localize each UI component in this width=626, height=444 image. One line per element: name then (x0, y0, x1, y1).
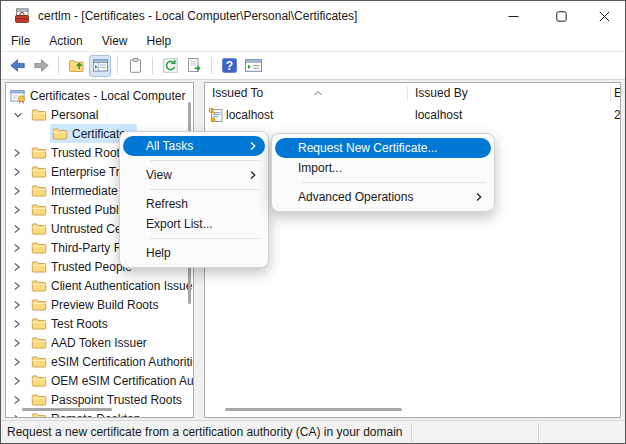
folder-icon (31, 240, 47, 256)
menubar-item-file[interactable]: File (2, 32, 39, 50)
status-divider (411, 423, 412, 442)
show-hide-console-tree-button[interactable] (89, 55, 111, 77)
context-menu-item-view[interactable]: View (123, 165, 265, 185)
chevron-collapsed-icon[interactable] (13, 224, 21, 234)
forward-button[interactable] (30, 55, 52, 77)
menu-separator (150, 189, 260, 190)
menubar-item-view[interactable]: View (93, 32, 137, 50)
folder-icon (31, 392, 47, 408)
maximize-button[interactable] (538, 1, 584, 31)
clipboard-button[interactable] (124, 55, 146, 77)
column-divider[interactable] (610, 86, 611, 101)
list-horizontal-scrollbar-thumb[interactable] (225, 408, 402, 411)
column-header-expiration-date[interactable]: Expiration Date (614, 86, 621, 100)
tree-item-label: Remote Desktop (51, 412, 140, 419)
tree-item-aad-token-issuer[interactable]: AAD Token Issuer (6, 333, 194, 352)
all-tasks-submenu: Request New Certificate...Import...Advan… (271, 133, 495, 212)
tree-item-certificates-local-computer[interactable]: Certificates - Local Computer (6, 86, 194, 105)
menubar-item-action[interactable]: Action (40, 32, 91, 50)
context-menu-item-refresh[interactable]: Refresh (123, 194, 265, 214)
chevron-collapsed-icon[interactable] (13, 300, 21, 310)
folder-icon (31, 278, 47, 294)
folder-icon (31, 335, 47, 351)
chevron-collapsed-icon[interactable] (13, 243, 21, 253)
up-one-level-button[interactable] (65, 55, 87, 77)
column-header-issued-by[interactable]: Issued By (415, 86, 468, 100)
chevron-expanded-icon[interactable] (13, 110, 23, 120)
folder-icon (31, 145, 47, 161)
context-menu-item-all-tasks[interactable]: All Tasks (123, 136, 265, 156)
chevron-collapsed-icon[interactable] (13, 186, 21, 196)
submenu-item-request-new-certificate[interactable]: Request New Certificate... (275, 138, 491, 158)
up-one-level-icon (68, 57, 85, 74)
back-button[interactable] (6, 55, 28, 77)
context-menu-item-export-list[interactable]: Export List... (123, 214, 265, 234)
submenu-item-import[interactable]: Import... (275, 158, 491, 178)
chevron-collapsed-icon[interactable] (13, 205, 21, 215)
toolbar: ? (1, 52, 625, 80)
chevron-collapsed-icon[interactable] (13, 281, 21, 291)
chevron-collapsed-icon[interactable] (13, 357, 21, 367)
chevron-collapsed-icon[interactable] (13, 414, 21, 418)
menu-item-label: Request New Certificate... (298, 141, 437, 155)
chevron-collapsed-icon[interactable] (13, 167, 21, 177)
folder-icon (31, 164, 47, 180)
new-window-button[interactable] (242, 55, 264, 77)
column-header-issued-to[interactable]: Issued To (212, 86, 263, 100)
list-row-localhost[interactable]: localhost localhost 23 (205, 106, 620, 124)
menu-item-label: Help (146, 246, 171, 260)
chevron-collapsed-icon[interactable] (13, 148, 21, 158)
tree-item-personal[interactable]: Personal (6, 105, 194, 124)
menu-separator (150, 238, 260, 239)
cell-expiration-date: 23 (614, 108, 621, 122)
chevron-collapsed-icon[interactable] (13, 262, 21, 272)
folder-icon (31, 107, 47, 123)
tree-item-esim-certification-authorities[interactable]: eSIM Certification Authorities (6, 352, 194, 371)
folder-icon (31, 183, 47, 199)
column-divider[interactable] (407, 86, 408, 101)
tree-item-passpoint-trusted-roots[interactable]: Passpoint Trusted Roots (6, 390, 194, 409)
folder-icon (31, 297, 47, 313)
submenu-arrow-icon (250, 170, 256, 180)
console-root-icon (10, 88, 26, 104)
tree-item-oem-esim-certification-authorities[interactable]: OEM eSIM Certification Authorities (6, 371, 194, 390)
cell-issued-by: localhost (415, 108, 462, 122)
folder-icon (52, 126, 68, 142)
chevron-collapsed-icon[interactable] (13, 338, 21, 348)
forward-icon (33, 57, 50, 74)
context-menu-item-help[interactable]: Help (123, 243, 265, 263)
menu-item-label: Advanced Operations (298, 190, 413, 204)
help-button[interactable]: ? (218, 55, 240, 77)
chevron-collapsed-icon[interactable] (13, 395, 21, 405)
submenu-item-advanced-operations[interactable]: Advanced Operations (275, 187, 491, 207)
tree-item-label: Passpoint Trusted Roots (51, 393, 182, 407)
help-icon: ? (221, 57, 238, 74)
folder-icon (31, 354, 47, 370)
folder-icon (31, 411, 47, 419)
toolbar-separator (117, 57, 118, 74)
chevron-collapsed-icon[interactable] (13, 319, 21, 329)
tree-item-label: Test Roots (51, 317, 108, 331)
export-list-icon (186, 57, 203, 74)
sort-ascending-icon (313, 85, 323, 99)
tree-item-label: Certificates - Local Computer (30, 89, 185, 103)
tree-horizontal-scrollbar-thumb[interactable] (22, 408, 112, 411)
tree-item-test-roots[interactable]: Test Roots (6, 314, 194, 333)
tree-item-client-authentication-issuers[interactable]: Client Authentication Issuers (6, 276, 194, 295)
menu-item-label: Import... (298, 161, 342, 175)
submenu-arrow-icon (250, 141, 256, 151)
close-button[interactable] (581, 1, 626, 31)
tree-item-label: AAD Token Issuer (51, 336, 147, 350)
certlm-window: certlm - [Certificates - Local Computer\… (0, 0, 626, 444)
clipboard-icon (127, 57, 144, 74)
tree-item-preview-build-roots[interactable]: Preview Build Roots (6, 295, 194, 314)
cell-issued-to: localhost (226, 108, 273, 122)
list-header: Issued ToIssued ByExpiration Date (205, 83, 620, 104)
export-list-button[interactable] (183, 55, 205, 77)
menu-separator (302, 182, 486, 183)
chevron-collapsed-icon[interactable] (13, 376, 21, 386)
menubar-item-help[interactable]: Help (138, 32, 181, 50)
window-title: certlm - [Certificates - Local Computer\… (38, 9, 357, 23)
minimize-button[interactable] (490, 1, 536, 31)
refresh-button[interactable] (159, 55, 181, 77)
